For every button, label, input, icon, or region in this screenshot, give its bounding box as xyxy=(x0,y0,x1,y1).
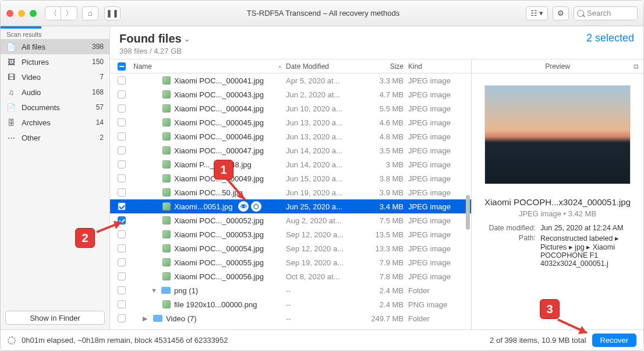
popout-icon[interactable]: ⧉ xyxy=(634,62,639,71)
sidebar-item-other[interactable]: ⋯Other2 xyxy=(1,130,109,145)
column-size[interactable]: Size xyxy=(362,62,408,71)
row-checkbox[interactable] xyxy=(118,132,126,141)
sidebar-item-audio[interactable]: ♫Audio168 xyxy=(1,85,109,100)
file-size: 7.9 MB xyxy=(362,258,408,267)
file-row[interactable]: file 1920x10...00000.png -- 2.4 MB PNG i… xyxy=(110,297,471,311)
hex-view-icon[interactable]: ⬡ xyxy=(251,201,261,212)
minimize-window-icon[interactable] xyxy=(18,10,25,17)
row-checkbox[interactable] xyxy=(118,244,126,252)
file-kind: JPEG image xyxy=(408,188,471,197)
file-row[interactable]: Xiaomi POC..._000055.jpg Sep 19, 2020 a.… xyxy=(110,255,471,269)
column-name[interactable]: Name˄ xyxy=(130,62,286,71)
file-type-icon xyxy=(162,300,171,308)
file-kind: JPEG image xyxy=(408,104,471,113)
row-checkbox[interactable] xyxy=(118,90,126,99)
recover-button[interactable]: Recover xyxy=(592,334,636,347)
sidebar-item-documents[interactable]: 📄Documents57 xyxy=(1,100,109,115)
file-date: Aug 2, 2020 at... xyxy=(286,216,362,225)
preview-filename: Xiaomi POCOPH...x3024_000051.jpg xyxy=(472,190,643,209)
file-kind: PNG image xyxy=(408,300,471,309)
file-row[interactable]: Xiaomi POC...50.jpg Jun 19, 2020 a... 3.… xyxy=(110,185,471,199)
row-checkbox[interactable] xyxy=(118,314,126,322)
sidebar-item-count: 57 xyxy=(96,103,104,111)
nav-back-button[interactable]: 〈 xyxy=(45,6,61,20)
file-date: -- xyxy=(286,286,362,295)
file-date: -- xyxy=(286,300,362,309)
row-checkbox[interactable] xyxy=(118,300,126,308)
file-row[interactable]: Xiaomi POC..._000044.jpg Jun 10, 2020 a.… xyxy=(110,101,471,115)
row-checkbox[interactable] xyxy=(118,160,126,169)
column-kind[interactable]: Kind xyxy=(408,62,471,71)
close-window-icon[interactable] xyxy=(6,10,13,17)
category-icon: 🗄 xyxy=(6,118,16,127)
file-size: 3.4 MB xyxy=(362,202,408,211)
sidebar-item-archives[interactable]: 🗄Archives14 xyxy=(1,115,109,130)
category-icon: 📄 xyxy=(6,43,16,51)
file-row[interactable]: Xiaomi POC..._000053.jpg Sep 12, 2020 a.… xyxy=(110,227,471,241)
row-checkbox[interactable] xyxy=(118,104,126,113)
home-button[interactable]: ⌂ xyxy=(82,6,98,20)
sidebar-item-count: 168 xyxy=(92,88,104,96)
filename: Xiaomi POC..._000055.jpg xyxy=(174,258,264,267)
maximize-window-icon[interactable] xyxy=(30,10,37,17)
row-checkbox[interactable] xyxy=(118,76,126,85)
row-checkbox[interactable] xyxy=(118,272,126,280)
search-input[interactable]: Search xyxy=(574,6,638,20)
file-date: Sep 12, 2020 a... xyxy=(286,244,362,253)
file-row[interactable]: Xiaomi POC..._000045.jpg Jun 13, 2020 a.… xyxy=(110,115,471,129)
file-kind: JPEG image xyxy=(408,244,471,253)
category-icon: 📄 xyxy=(6,103,16,112)
main-panel: Found files⌄ 398 files / 4.27 GB 2 selec… xyxy=(110,26,643,329)
show-in-finder-button[interactable]: Show in Finder xyxy=(5,311,105,325)
view-mode-button[interactable]: ☷ ▾ xyxy=(526,6,548,20)
disclosure-icon[interactable]: ▶ xyxy=(143,315,150,322)
row-checkbox[interactable] xyxy=(118,174,126,182)
file-date: Jun 10, 2020 a... xyxy=(286,104,362,113)
filename: Video (7) xyxy=(166,314,197,323)
annotation-arrow-1 xyxy=(222,177,251,206)
file-row[interactable]: Xiaomi POC..._000049.jpg Jun 15, 2020 a.… xyxy=(110,171,471,185)
file-kind: JPEG image xyxy=(408,216,471,225)
file-size: 7.5 MB xyxy=(362,216,408,225)
row-checkbox[interactable] xyxy=(118,146,126,155)
file-row[interactable]: Xiaomi POC..._000052.jpg Aug 2, 2020 at.… xyxy=(110,213,471,227)
sidebar-item-label: Video xyxy=(22,73,94,82)
folder-row[interactable]: ▶Video (7) -- 249.7 MB Folder xyxy=(110,311,471,325)
disclosure-icon[interactable]: ▼ xyxy=(151,287,158,294)
sidebar-item-all-files[interactable]: 📄All files398 xyxy=(1,39,109,54)
filename: Xiaomi P..._000048.jpg xyxy=(174,160,252,169)
detail-key: Date modified: xyxy=(482,224,540,232)
folder-row[interactable]: ▼png (1) -- 2.4 MB Folder xyxy=(110,283,471,297)
row-checkbox[interactable] xyxy=(118,258,126,266)
found-files-heading[interactable]: Found files⌄ xyxy=(119,32,190,45)
file-row[interactable]: Xiaomi POC..._000046.jpg Jun 13, 2020 a.… xyxy=(110,129,471,143)
sidebar-item-pictures[interactable]: 🖼Pictures150 xyxy=(1,54,109,69)
file-row[interactable]: Xiaomi...0051.jpg👁⬡ Jun 25, 2020 a... 3.… xyxy=(110,199,471,213)
row-checkbox[interactable] xyxy=(118,202,126,210)
file-list[interactable]: Xiaomi POC..._000041.jpg Apr 5, 2020 at.… xyxy=(110,73,471,329)
file-row[interactable]: Xiaomi POC..._000043.jpg Jun 2, 2020 at.… xyxy=(110,87,471,101)
sidebar-header: Scan results xyxy=(1,29,109,39)
pause-button[interactable]: ❚❚ xyxy=(104,6,121,20)
row-checkbox[interactable] xyxy=(118,286,126,294)
file-row[interactable]: Xiaomi POC..._000047.jpg Jun 14, 2020 a.… xyxy=(110,143,471,157)
settings-button[interactable]: ⚙ xyxy=(553,6,569,20)
file-kind: JPEG image xyxy=(408,118,471,127)
file-row[interactable]: Xiaomi POC..._000056.jpg Oct 8, 2020 at.… xyxy=(110,269,471,283)
detail-value: Reconstructed labeled ▸ Pictures ▸ jpg ▸… xyxy=(540,234,633,268)
nav-forward-button[interactable]: 〉 xyxy=(61,6,77,20)
file-size: 4.7 MB xyxy=(362,90,408,99)
column-date[interactable]: Date Modified xyxy=(286,62,362,71)
annotation-marker-1: 1 xyxy=(214,160,233,180)
filename: file 1920x10...00000.png xyxy=(174,300,257,309)
column-headers: Name˄ Date Modified Size Kind xyxy=(110,59,471,73)
file-row[interactable]: Xiaomi POC..._000041.jpg Apr 5, 2020 at.… xyxy=(110,73,471,87)
filename: Xiaomi POC..._000043.jpg xyxy=(174,90,264,99)
scrollbar-thumb[interactable] xyxy=(466,195,470,230)
row-checkbox[interactable] xyxy=(118,118,126,127)
file-row[interactable]: Xiaomi P..._000048.jpg Jun 14, 2020 a...… xyxy=(110,157,471,171)
row-checkbox[interactable] xyxy=(118,188,126,196)
select-all-checkbox[interactable] xyxy=(118,62,126,71)
sidebar-item-video[interactable]: 🎞Video7 xyxy=(1,69,109,85)
file-row[interactable]: Xiaomi POC..._000054.jpg Sep 12, 2020 a.… xyxy=(110,241,471,255)
